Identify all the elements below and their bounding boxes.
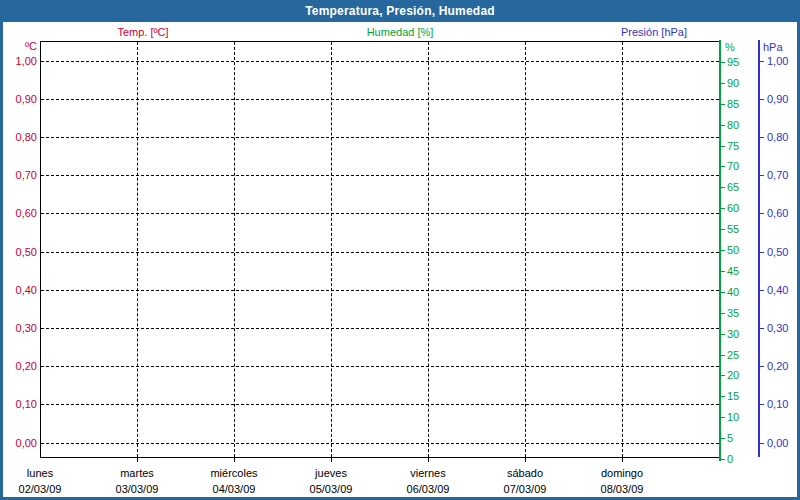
v-gridline — [331, 42, 332, 457]
humidity-tick — [721, 417, 725, 418]
x-axis-tick — [622, 458, 623, 462]
temp-tick-label: 0,40 — [5, 284, 37, 296]
temp-tick-label: 0,90 — [5, 93, 37, 105]
humidity-tick — [721, 396, 725, 397]
pressure-tick-label: 0,10 — [767, 398, 788, 410]
day-date-label: 05/03/09 — [286, 483, 376, 495]
temp-tick-label: 0,00 — [5, 437, 37, 449]
humidity-tick-label: 80 — [727, 119, 739, 131]
humidity-tick — [721, 104, 725, 105]
pressure-tick — [760, 328, 764, 329]
pressure-tick — [760, 290, 764, 291]
humidity-tick-label: 60 — [727, 202, 739, 214]
humidity-tick — [721, 438, 725, 439]
legend-item-temp: Temp. [ºC] — [73, 26, 213, 38]
pressure-tick — [760, 61, 764, 62]
humidity-tick — [721, 375, 725, 376]
plot-area — [40, 41, 719, 458]
temp-tick-label: 0,80 — [5, 131, 37, 143]
temp-tick-label: 1,00 — [5, 55, 37, 67]
temp-tick-label: 0,10 — [5, 398, 37, 410]
temp-axis-unit-label: ºC — [5, 40, 37, 52]
humidity-tick-label: 75 — [727, 140, 739, 152]
h-gridline — [41, 290, 719, 291]
pressure-tick — [760, 443, 764, 444]
day-date-label: 04/03/09 — [189, 483, 279, 495]
h-gridline — [41, 213, 719, 214]
humidity-tick-label: 10 — [727, 411, 739, 423]
pressure-tick — [760, 252, 764, 253]
pressure-tick — [760, 366, 764, 367]
humidity-tick — [721, 313, 725, 314]
pressure-tick — [760, 99, 764, 100]
legend-item-pressure: Presión [hPa] — [584, 26, 724, 38]
day-name-label: viernes — [383, 467, 473, 479]
temp-tick-label: 0,50 — [5, 246, 37, 258]
x-axis-tick — [234, 458, 235, 462]
v-gridline — [137, 42, 138, 457]
pressure-axis-unit-label: hPa — [763, 41, 783, 53]
h-gridline — [41, 443, 719, 444]
day-date-label: 08/03/09 — [577, 483, 667, 495]
humidity-tick-label: 70 — [727, 160, 739, 172]
humidity-tick — [721, 229, 725, 230]
v-gridline — [234, 42, 235, 457]
humidity-tick-label: 85 — [727, 98, 739, 110]
humidity-tick — [721, 146, 725, 147]
humidity-tick — [721, 62, 725, 63]
humidity-tick-label: 15 — [727, 390, 739, 402]
pressure-axis-line — [758, 40, 760, 457]
x-axis-tick — [137, 458, 138, 462]
h-gridline — [41, 366, 719, 367]
humidity-tick-label: 95 — [727, 56, 739, 68]
pressure-tick-label: 0,40 — [767, 284, 788, 296]
v-gridline — [525, 42, 526, 457]
day-date-label: 06/03/09 — [383, 483, 473, 495]
day-name-label: jueves — [286, 467, 376, 479]
humidity-tick — [721, 271, 725, 272]
h-gridline — [41, 99, 719, 100]
pressure-tick — [760, 213, 764, 214]
h-gridline — [41, 61, 719, 62]
humidity-tick — [721, 250, 725, 251]
window-titlebar[interactable]: Temperatura, Presión, Humedad — [0, 0, 800, 22]
h-gridline — [41, 404, 719, 405]
humidity-tick — [721, 292, 725, 293]
humidity-tick — [721, 334, 725, 335]
pressure-tick-label: 1,00 — [767, 55, 788, 67]
h-gridline — [41, 328, 719, 329]
day-date-label: 07/03/09 — [480, 483, 570, 495]
x-axis-tick — [525, 458, 526, 462]
humidity-tick-label: 35 — [727, 307, 739, 319]
humidity-tick-label: 0 — [727, 453, 733, 465]
humidity-tick-label: 25 — [727, 349, 739, 361]
pressure-tick-label: 0,30 — [767, 322, 788, 334]
pressure-tick — [760, 404, 764, 405]
h-gridline — [41, 252, 719, 253]
v-gridline — [428, 42, 429, 457]
humidity-tick — [721, 187, 725, 188]
humidity-tick — [721, 355, 725, 356]
pressure-tick-label: 0,00 — [767, 437, 788, 449]
pressure-tick-label: 0,60 — [767, 207, 788, 219]
humidity-tick — [721, 208, 725, 209]
humidity-tick — [721, 125, 725, 126]
humidity-tick — [721, 459, 725, 460]
humidity-tick-label: 90 — [727, 77, 739, 89]
pressure-tick-label: 0,70 — [767, 169, 788, 181]
v-gridline — [622, 42, 623, 457]
day-name-label: martes — [92, 467, 182, 479]
temp-tick-label: 0,20 — [5, 360, 37, 372]
temp-tick-label: 0,60 — [5, 207, 37, 219]
legend-item-humidity: Humedad [%] — [330, 26, 470, 38]
humidity-tick-label: 5 — [727, 432, 733, 444]
pressure-tick-label: 0,90 — [767, 93, 788, 105]
humidity-tick — [721, 83, 725, 84]
humidity-tick-label: 50 — [727, 244, 739, 256]
humidity-axis-unit-label: % — [725, 41, 735, 53]
pressure-tick — [760, 137, 764, 138]
humidity-tick-label: 55 — [727, 223, 739, 235]
humidity-tick — [721, 166, 725, 167]
day-name-label: sábado — [480, 467, 570, 479]
chart-window: Temperatura, Presión, Humedad Temp. [ºC]… — [0, 0, 800, 500]
